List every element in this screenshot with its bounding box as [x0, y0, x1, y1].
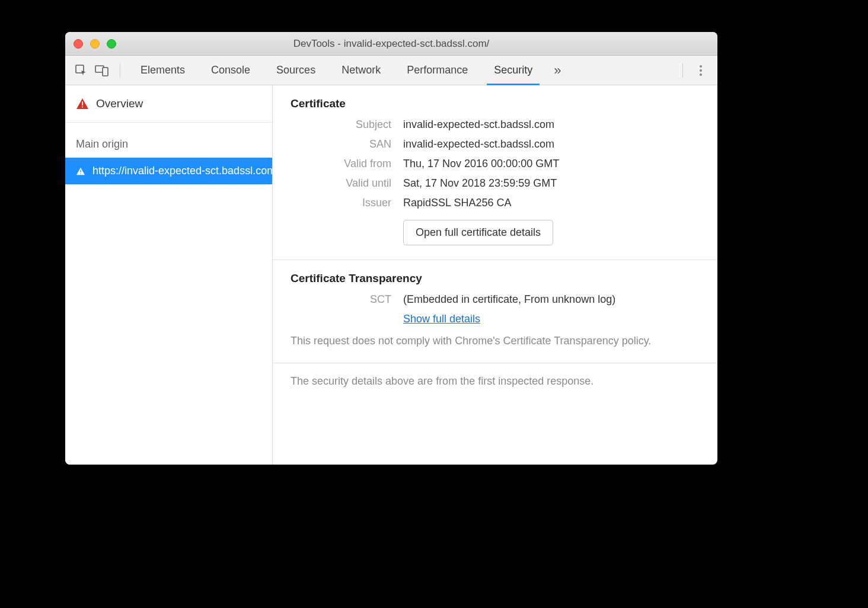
certificate-table: Subject invalid-expected-sct.badssl.com …: [291, 119, 700, 245]
cert-key-san: SAN: [291, 138, 391, 151]
ct-table: SCT (Embedded in certificate, From unkno…: [291, 293, 700, 325]
cert-val-subject: invalid-expected-sct.badssl.com: [403, 119, 700, 131]
panel-tabs: Elements Console Sources Network Perform…: [127, 56, 545, 85]
cert-key-issuer: Issuer: [291, 197, 391, 209]
security-details: Certificate Subject invalid-expected-sct…: [273, 85, 717, 465]
toolbar: Elements Console Sources Network Perform…: [65, 56, 717, 85]
inspect-element-icon[interactable]: [71, 64, 91, 77]
svg-rect-2: [103, 68, 108, 76]
tab-console[interactable]: Console: [198, 56, 263, 85]
svg-rect-6: [80, 173, 81, 174]
titlebar: DevTools - invalid-expected-sct.badssl.c…: [65, 32, 717, 56]
cert-key-subject: Subject: [291, 119, 391, 131]
ct-compliance-note: This request does not comply with Chrome…: [291, 334, 700, 348]
toolbar-divider: [120, 63, 120, 78]
window-controls: [74, 39, 116, 49]
cert-key-valid-from: Valid from: [291, 158, 391, 170]
panel-body: Overview Main origin https://invalid-exp…: [65, 85, 717, 465]
certificate-heading: Certificate: [291, 97, 700, 110]
ct-val-sct: (Embedded in certificate, From unknown l…: [403, 293, 700, 306]
tab-elements[interactable]: Elements: [127, 56, 198, 85]
zoom-icon[interactable]: [107, 39, 116, 49]
tab-security[interactable]: Security: [481, 56, 545, 85]
tabs-overflow-icon[interactable]: »: [545, 63, 569, 78]
sidebar-section-label: Main origin: [65, 123, 272, 158]
certificate-panel: Certificate Subject invalid-expected-sct…: [273, 85, 717, 260]
ct-key-sct: SCT: [291, 293, 391, 306]
warning-triangle-icon: [76, 167, 85, 175]
cert-val-valid-from: Thu, 17 Nov 2016 00:00:00 GMT: [403, 158, 700, 170]
security-sidebar: Overview Main origin https://invalid-exp…: [65, 85, 273, 465]
close-icon[interactable]: [74, 39, 83, 49]
ct-heading: Certificate Transparency: [291, 272, 700, 285]
origin-row[interactable]: https://invalid-expected-sct.badssl.com: [65, 158, 272, 184]
tab-performance[interactable]: Performance: [394, 56, 481, 85]
tab-network[interactable]: Network: [328, 56, 394, 85]
sidebar-overview[interactable]: Overview: [65, 85, 272, 123]
cert-val-san: invalid-expected-sct.badssl.com: [403, 138, 700, 151]
settings-menu-icon[interactable]: [690, 65, 711, 76]
devtools-window: DevTools - invalid-expected-sct.badssl.c…: [65, 32, 717, 465]
cert-val-issuer: RapidSSL SHA256 CA: [403, 197, 700, 209]
toolbar-divider: [682, 63, 683, 78]
open-certificate-button[interactable]: Open full certificate details: [403, 220, 553, 245]
cert-key-valid-until: Valid until: [291, 177, 391, 190]
window-title: DevTools - invalid-expected-sct.badssl.c…: [65, 38, 717, 50]
minimize-icon[interactable]: [90, 39, 100, 49]
footer-note: The security details above are from the …: [273, 363, 717, 399]
svg-rect-4: [82, 107, 83, 108]
ct-panel: Certificate Transparency SCT (Embedded i…: [273, 260, 717, 363]
svg-rect-5: [80, 169, 81, 172]
origin-url: https://invalid-expected-sct.badssl.com: [92, 165, 272, 177]
warning-triangle-icon: [76, 98, 89, 110]
show-full-details-link[interactable]: Show full details: [403, 313, 480, 325]
cert-val-valid-until: Sat, 17 Nov 2018 23:59:59 GMT: [403, 177, 700, 190]
overview-label: Overview: [96, 97, 143, 110]
device-toolbar-icon[interactable]: [91, 64, 113, 77]
svg-rect-3: [82, 101, 83, 105]
tab-sources[interactable]: Sources: [263, 56, 328, 85]
